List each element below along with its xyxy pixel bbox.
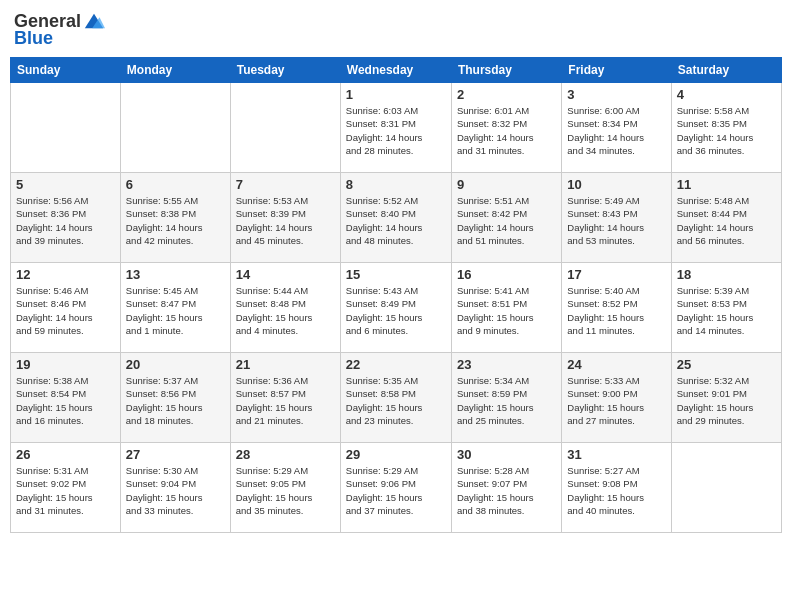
calendar-cell: 28Sunrise: 5:29 AM Sunset: 9:05 PM Dayli… bbox=[230, 443, 340, 533]
day-info: Sunrise: 5:28 AM Sunset: 9:07 PM Dayligh… bbox=[457, 464, 556, 517]
day-info: Sunrise: 5:35 AM Sunset: 8:58 PM Dayligh… bbox=[346, 374, 446, 427]
day-number: 28 bbox=[236, 447, 335, 462]
day-number: 26 bbox=[16, 447, 115, 462]
calendar-cell bbox=[11, 83, 121, 173]
day-info: Sunrise: 5:39 AM Sunset: 8:53 PM Dayligh… bbox=[677, 284, 776, 337]
calendar-cell: 19Sunrise: 5:38 AM Sunset: 8:54 PM Dayli… bbox=[11, 353, 121, 443]
day-info: Sunrise: 5:43 AM Sunset: 8:49 PM Dayligh… bbox=[346, 284, 446, 337]
day-number: 14 bbox=[236, 267, 335, 282]
calendar-cell: 18Sunrise: 5:39 AM Sunset: 8:53 PM Dayli… bbox=[671, 263, 781, 353]
day-info: Sunrise: 5:31 AM Sunset: 9:02 PM Dayligh… bbox=[16, 464, 115, 517]
calendar-week-4: 26Sunrise: 5:31 AM Sunset: 9:02 PM Dayli… bbox=[11, 443, 782, 533]
day-info: Sunrise: 5:51 AM Sunset: 8:42 PM Dayligh… bbox=[457, 194, 556, 247]
day-number: 17 bbox=[567, 267, 665, 282]
calendar-cell: 22Sunrise: 5:35 AM Sunset: 8:58 PM Dayli… bbox=[340, 353, 451, 443]
logo-icon bbox=[83, 10, 105, 32]
day-info: Sunrise: 5:49 AM Sunset: 8:43 PM Dayligh… bbox=[567, 194, 665, 247]
day-info: Sunrise: 5:34 AM Sunset: 8:59 PM Dayligh… bbox=[457, 374, 556, 427]
calendar-cell: 12Sunrise: 5:46 AM Sunset: 8:46 PM Dayli… bbox=[11, 263, 121, 353]
day-number: 21 bbox=[236, 357, 335, 372]
day-info: Sunrise: 5:40 AM Sunset: 8:52 PM Dayligh… bbox=[567, 284, 665, 337]
calendar-cell: 21Sunrise: 5:36 AM Sunset: 8:57 PM Dayli… bbox=[230, 353, 340, 443]
calendar-cell: 7Sunrise: 5:53 AM Sunset: 8:39 PM Daylig… bbox=[230, 173, 340, 263]
day-number: 13 bbox=[126, 267, 225, 282]
calendar-week-0: 1Sunrise: 6:03 AM Sunset: 8:31 PM Daylig… bbox=[11, 83, 782, 173]
calendar-cell: 9Sunrise: 5:51 AM Sunset: 8:42 PM Daylig… bbox=[451, 173, 561, 263]
calendar-cell: 27Sunrise: 5:30 AM Sunset: 9:04 PM Dayli… bbox=[120, 443, 230, 533]
day-info: Sunrise: 5:27 AM Sunset: 9:08 PM Dayligh… bbox=[567, 464, 665, 517]
day-info: Sunrise: 5:37 AM Sunset: 8:56 PM Dayligh… bbox=[126, 374, 225, 427]
day-number: 2 bbox=[457, 87, 556, 102]
calendar-week-1: 5Sunrise: 5:56 AM Sunset: 8:36 PM Daylig… bbox=[11, 173, 782, 263]
day-info: Sunrise: 5:45 AM Sunset: 8:47 PM Dayligh… bbox=[126, 284, 225, 337]
day-number: 30 bbox=[457, 447, 556, 462]
day-number: 16 bbox=[457, 267, 556, 282]
day-header-row: SundayMondayTuesdayWednesdayThursdayFrid… bbox=[11, 58, 782, 83]
calendar-cell: 23Sunrise: 5:34 AM Sunset: 8:59 PM Dayli… bbox=[451, 353, 561, 443]
day-info: Sunrise: 5:41 AM Sunset: 8:51 PM Dayligh… bbox=[457, 284, 556, 337]
day-number: 15 bbox=[346, 267, 446, 282]
day-number: 27 bbox=[126, 447, 225, 462]
calendar-cell: 16Sunrise: 5:41 AM Sunset: 8:51 PM Dayli… bbox=[451, 263, 561, 353]
calendar-cell: 30Sunrise: 5:28 AM Sunset: 9:07 PM Dayli… bbox=[451, 443, 561, 533]
column-header-sunday: Sunday bbox=[11, 58, 121, 83]
column-header-monday: Monday bbox=[120, 58, 230, 83]
calendar-cell: 11Sunrise: 5:48 AM Sunset: 8:44 PM Dayli… bbox=[671, 173, 781, 263]
day-number: 31 bbox=[567, 447, 665, 462]
day-number: 23 bbox=[457, 357, 556, 372]
day-info: Sunrise: 5:56 AM Sunset: 8:36 PM Dayligh… bbox=[16, 194, 115, 247]
calendar-cell: 15Sunrise: 5:43 AM Sunset: 8:49 PM Dayli… bbox=[340, 263, 451, 353]
calendar-cell: 25Sunrise: 5:32 AM Sunset: 9:01 PM Dayli… bbox=[671, 353, 781, 443]
day-number: 12 bbox=[16, 267, 115, 282]
day-number: 29 bbox=[346, 447, 446, 462]
calendar-cell bbox=[230, 83, 340, 173]
day-info: Sunrise: 5:46 AM Sunset: 8:46 PM Dayligh… bbox=[16, 284, 115, 337]
column-header-thursday: Thursday bbox=[451, 58, 561, 83]
day-info: Sunrise: 5:58 AM Sunset: 8:35 PM Dayligh… bbox=[677, 104, 776, 157]
calendar-cell: 6Sunrise: 5:55 AM Sunset: 8:38 PM Daylig… bbox=[120, 173, 230, 263]
calendar-cell bbox=[120, 83, 230, 173]
column-header-wednesday: Wednesday bbox=[340, 58, 451, 83]
calendar-cell: 2Sunrise: 6:01 AM Sunset: 8:32 PM Daylig… bbox=[451, 83, 561, 173]
calendar-header: SundayMondayTuesdayWednesdayThursdayFrid… bbox=[11, 58, 782, 83]
calendar-cell: 24Sunrise: 5:33 AM Sunset: 9:00 PM Dayli… bbox=[562, 353, 671, 443]
calendar-cell: 8Sunrise: 5:52 AM Sunset: 8:40 PM Daylig… bbox=[340, 173, 451, 263]
column-header-tuesday: Tuesday bbox=[230, 58, 340, 83]
calendar-cell bbox=[671, 443, 781, 533]
calendar-cell: 4Sunrise: 5:58 AM Sunset: 8:35 PM Daylig… bbox=[671, 83, 781, 173]
calendar-cell: 10Sunrise: 5:49 AM Sunset: 8:43 PM Dayli… bbox=[562, 173, 671, 263]
day-number: 18 bbox=[677, 267, 776, 282]
day-number: 22 bbox=[346, 357, 446, 372]
column-header-friday: Friday bbox=[562, 58, 671, 83]
calendar-week-2: 12Sunrise: 5:46 AM Sunset: 8:46 PM Dayli… bbox=[11, 263, 782, 353]
day-info: Sunrise: 6:00 AM Sunset: 8:34 PM Dayligh… bbox=[567, 104, 665, 157]
day-number: 19 bbox=[16, 357, 115, 372]
calendar-cell: 26Sunrise: 5:31 AM Sunset: 9:02 PM Dayli… bbox=[11, 443, 121, 533]
day-number: 9 bbox=[457, 177, 556, 192]
day-number: 5 bbox=[16, 177, 115, 192]
calendar-cell: 13Sunrise: 5:45 AM Sunset: 8:47 PM Dayli… bbox=[120, 263, 230, 353]
day-info: Sunrise: 5:30 AM Sunset: 9:04 PM Dayligh… bbox=[126, 464, 225, 517]
day-info: Sunrise: 5:38 AM Sunset: 8:54 PM Dayligh… bbox=[16, 374, 115, 427]
day-number: 1 bbox=[346, 87, 446, 102]
day-info: Sunrise: 5:29 AM Sunset: 9:05 PM Dayligh… bbox=[236, 464, 335, 517]
day-info: Sunrise: 5:52 AM Sunset: 8:40 PM Dayligh… bbox=[346, 194, 446, 247]
calendar-cell: 3Sunrise: 6:00 AM Sunset: 8:34 PM Daylig… bbox=[562, 83, 671, 173]
day-info: Sunrise: 5:53 AM Sunset: 8:39 PM Dayligh… bbox=[236, 194, 335, 247]
calendar-body: 1Sunrise: 6:03 AM Sunset: 8:31 PM Daylig… bbox=[11, 83, 782, 533]
day-info: Sunrise: 5:33 AM Sunset: 9:00 PM Dayligh… bbox=[567, 374, 665, 427]
calendar-cell: 5Sunrise: 5:56 AM Sunset: 8:36 PM Daylig… bbox=[11, 173, 121, 263]
day-info: Sunrise: 5:48 AM Sunset: 8:44 PM Dayligh… bbox=[677, 194, 776, 247]
logo: General Blue bbox=[14, 10, 105, 49]
day-info: Sunrise: 5:55 AM Sunset: 8:38 PM Dayligh… bbox=[126, 194, 225, 247]
calendar-table: SundayMondayTuesdayWednesdayThursdayFrid… bbox=[10, 57, 782, 533]
calendar-cell: 29Sunrise: 5:29 AM Sunset: 9:06 PM Dayli… bbox=[340, 443, 451, 533]
day-number: 25 bbox=[677, 357, 776, 372]
day-number: 20 bbox=[126, 357, 225, 372]
column-header-saturday: Saturday bbox=[671, 58, 781, 83]
calendar-cell: 31Sunrise: 5:27 AM Sunset: 9:08 PM Dayli… bbox=[562, 443, 671, 533]
day-number: 24 bbox=[567, 357, 665, 372]
page-header: General Blue bbox=[10, 10, 782, 49]
day-info: Sunrise: 6:03 AM Sunset: 8:31 PM Dayligh… bbox=[346, 104, 446, 157]
day-number: 3 bbox=[567, 87, 665, 102]
